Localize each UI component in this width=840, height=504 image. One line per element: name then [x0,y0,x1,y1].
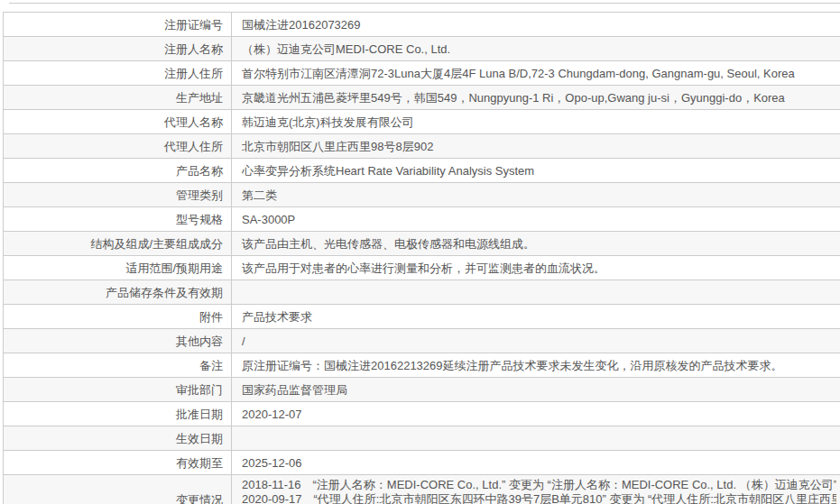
table-row: 适用范围/预期用途该产品用于对患者的心率进行测量和分析，并可监测患者的血流状况。 [4,256,840,280]
table-body: 注册证编号国械注进20162073269注册人名称（株）迈迪克公司MEDI-CO… [4,13,840,504]
field-label: 型号规格 [4,207,232,232]
field-label: 有效期至 [4,451,232,475]
field-label: 产品储存条件及有效期 [4,280,232,305]
field-value: 京畿道光州五浦邑菱坪里549号，韩国549，Nungpyung-1 Ri，Opo… [232,86,840,110]
field-value: 第二类 [232,183,840,207]
field-label: 注册证编号 [4,13,232,37]
table-row: 结构及组成/主要组成成分该产品由主机、光电传感器、电极传感器和电源线组成。 [4,232,840,256]
registration-detail-table: 注册证编号国械注进20162073269注册人名称（株）迈迪克公司MEDI-CO… [3,12,840,504]
field-value [232,426,840,451]
field-value: 国械注进20162073269 [232,13,840,37]
table-row: 型号规格SA-3000P [4,207,840,232]
field-label: 适用范围/预期用途 [4,256,232,280]
field-value: 原注册证编号：国械注进20162213269延续注册产品技术要求未发生变化，沿用… [232,353,840,378]
field-label: 注册人名称 [4,37,232,61]
table-row: 审批部门国家药品监督管理局 [4,378,840,402]
table-row: 管理类别第二类 [4,183,840,207]
field-value [232,280,840,305]
change-record-line: 2018-11-16 “注册人名称：MEDI-CORE Co., Ltd.” 变… [242,478,836,492]
field-label: 注册人住所 [4,61,232,86]
table-row: 附件产品技术要求 [4,305,840,329]
field-value: SA-3000P [232,207,840,232]
field-label: 生产地址 [4,86,232,110]
table-row: 代理人名称韩迈迪克(北京)科技发展有限公司 [4,110,840,134]
field-value: / [232,329,840,353]
field-label: 管理类别 [4,183,232,207]
field-value: 该产品由主机、光电传感器、电极传感器和电源线组成。 [232,232,840,256]
table-row: 注册证编号国械注进20162073269 [4,13,840,37]
top-divider [9,3,840,4]
table-row: 代理人住所北京市朝阳区八里庄西里98号8层902 [4,134,840,159]
field-value: 北京市朝阳区八里庄西里98号8层902 [232,134,840,159]
table-row: 产品储存条件及有效期 [4,280,840,305]
field-label: 变更情况 [4,475,232,504]
table-row: 有效期至2025-12-06 [4,451,840,475]
table-row: 批准日期2020-12-07 [4,402,840,426]
registration-detail-page: { "page": { "type": "medical-device-regi… [0,0,840,504]
field-label: 结构及组成/主要组成成分 [4,232,232,256]
field-value: 国家药品监督管理局 [232,378,840,402]
table-row: 其他内容/ [4,329,840,353]
field-label: 附件 [4,305,232,329]
table-row: 备注原注册证编号：国械注进20162213269延续注册产品技术要求未发生变化，… [4,353,840,378]
field-value: 2020-12-07 [232,402,840,426]
field-label: 生效日期 [4,426,232,451]
field-value: 该产品用于对患者的心率进行测量和分析，并可监测患者的血流状况。 [232,256,840,280]
field-label: 其他内容 [4,329,232,353]
field-value: 2018-11-16 “注册人名称：MEDI-CORE Co., Ltd.” 变… [232,475,840,504]
table-row: 产品名称心率变异分析系统Heart Rate Variability Analy… [4,159,840,183]
field-value: 首尔特别市江南区清潭洞72-3Luna大厦4层4F Luna B/D,72-3 … [232,61,840,86]
table-row: 注册人住所首尔特别市江南区清潭洞72-3Luna大厦4层4F Luna B/D,… [4,61,840,86]
field-label: 审批部门 [4,378,232,402]
field-value: 2025-12-06 [232,451,840,475]
field-label: 备注 [4,353,232,378]
field-value: 产品技术要求 [232,305,840,329]
change-record-line: 2020-09-17 “代理人住所:北京市朝阳区东四环中路39号7层B单元810… [242,492,836,504]
field-label: 代理人名称 [4,110,232,134]
table-row: 生产地址京畿道光州五浦邑菱坪里549号，韩国549，Nungpyung-1 Ri… [4,86,840,110]
field-label: 代理人住所 [4,134,232,159]
field-value: 心率变异分析系统Heart Rate Variability Analysis … [232,159,840,183]
field-value: 韩迈迪克(北京)科技发展有限公司 [232,110,840,134]
table-row: 注册人名称（株）迈迪克公司MEDI-CORE Co., Ltd. [4,37,840,61]
table-row: 变更情况2018-11-16 “注册人名称：MEDI-CORE Co., Ltd… [4,475,840,504]
table-row: 生效日期 [4,426,840,451]
field-label: 批准日期 [4,402,232,426]
field-label: 产品名称 [4,159,232,183]
field-value: （株）迈迪克公司MEDI-CORE Co., Ltd. [232,37,840,61]
